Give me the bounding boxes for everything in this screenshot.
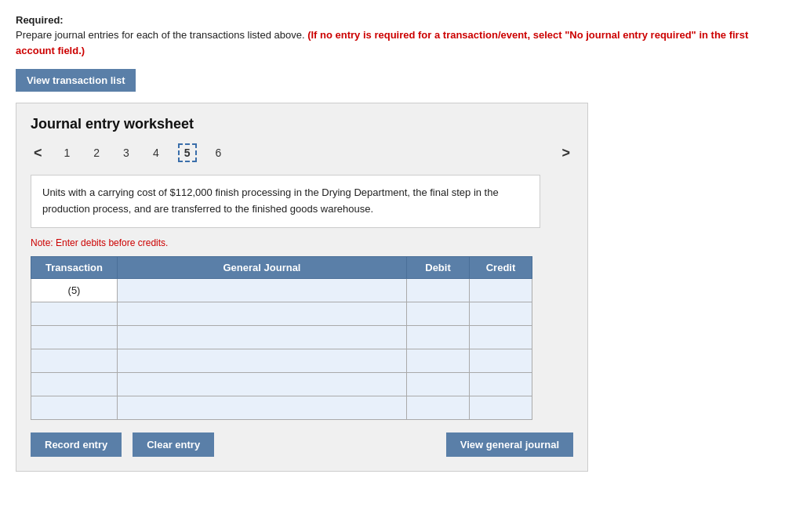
credit-cell[interactable] — [470, 302, 532, 325]
nav-item-3[interactable]: 3 — [118, 145, 134, 161]
transaction-input[interactable] — [31, 396, 117, 419]
view-transaction-button[interactable]: View transaction list — [16, 69, 136, 92]
transaction-input[interactable] — [31, 373, 117, 396]
general-journal-input[interactable] — [118, 396, 406, 419]
transaction-input[interactable] — [31, 302, 117, 325]
general-journal-input[interactable] — [118, 373, 406, 396]
nav-prev-button[interactable]: < — [31, 145, 45, 161]
debit-input[interactable] — [407, 326, 469, 349]
debit-input[interactable] — [407, 302, 469, 325]
nav-item-2[interactable]: 2 — [89, 145, 104, 161]
table-row — [31, 349, 532, 372]
journal-table: Transaction General Journal Debit Credit… — [31, 256, 532, 420]
required-label: Required: — [16, 14, 787, 26]
nav-row: < 1 2 3 4 5 6 > — [31, 143, 573, 162]
credit-input[interactable] — [470, 373, 532, 396]
general-journal-cell[interactable] — [118, 325, 407, 349]
note-text: Note: Enter debits before credits. — [31, 237, 573, 248]
required-section: Required: Prepare journal entries for ea… — [16, 14, 787, 58]
col-header-general-journal: General Journal — [118, 256, 407, 278]
credit-input[interactable] — [470, 349, 532, 372]
credit-input[interactable] — [470, 396, 532, 419]
debit-input[interactable] — [407, 279, 469, 302]
col-header-transaction: Transaction — [31, 256, 118, 278]
transaction-input[interactable] — [31, 349, 117, 372]
transaction-cell: (5) — [31, 278, 118, 302]
transaction-input[interactable] — [31, 326, 117, 349]
table-row — [31, 325, 532, 349]
table-row — [31, 302, 532, 325]
nav-next-button[interactable]: > — [558, 145, 573, 161]
general-journal-cell[interactable] — [118, 278, 407, 302]
general-journal-input[interactable] — [118, 349, 406, 372]
credit-cell[interactable] — [470, 372, 532, 396]
debit-input[interactable] — [407, 349, 469, 372]
general-journal-cell[interactable] — [118, 372, 407, 396]
credit-cell[interactable] — [470, 349, 532, 372]
credit-cell[interactable] — [470, 325, 532, 349]
nav-item-5[interactable]: 5 — [178, 143, 197, 162]
table-row — [31, 396, 532, 419]
clear-entry-button[interactable]: Clear entry — [133, 432, 214, 457]
general-journal-cell[interactable] — [118, 302, 407, 325]
credit-input[interactable] — [470, 279, 532, 302]
transaction-cell — [31, 372, 118, 396]
transaction-cell — [31, 396, 118, 419]
transaction-cell — [31, 302, 118, 325]
required-desc-plain: Prepare journal entries for each of the … — [16, 29, 305, 41]
transaction-cell — [31, 325, 118, 349]
debit-cell[interactable] — [407, 325, 470, 349]
credit-cell[interactable] — [470, 278, 532, 302]
action-buttons: Record entry Clear entry View general jo… — [31, 432, 573, 457]
debit-cell[interactable] — [407, 372, 470, 396]
worksheet-container: Journal entry worksheet < 1 2 3 4 5 6 > … — [16, 103, 588, 472]
general-journal-cell[interactable] — [118, 396, 407, 419]
general-journal-input[interactable] — [118, 326, 406, 349]
debit-cell[interactable] — [407, 278, 470, 302]
general-journal-input[interactable] — [118, 302, 406, 325]
table-row: (5) — [31, 278, 532, 302]
debit-input[interactable] — [407, 396, 469, 419]
general-journal-input[interactable] — [118, 279, 406, 302]
credit-input[interactable] — [470, 326, 532, 349]
debit-cell[interactable] — [407, 396, 470, 419]
credit-cell[interactable] — [470, 396, 532, 419]
col-header-debit: Debit — [407, 256, 470, 278]
transaction-description: Units with a carrying cost of $112,000 f… — [31, 175, 540, 228]
debit-input[interactable] — [407, 373, 469, 396]
worksheet-title: Journal entry worksheet — [31, 116, 573, 132]
table-row — [31, 372, 532, 396]
credit-input[interactable] — [470, 302, 532, 325]
debit-cell[interactable] — [407, 349, 470, 372]
debit-cell[interactable] — [407, 302, 470, 325]
record-entry-button[interactable]: Record entry — [31, 432, 122, 457]
general-journal-cell[interactable] — [118, 349, 407, 372]
nav-item-1[interactable]: 1 — [60, 145, 75, 161]
transaction-cell — [31, 349, 118, 372]
nav-item-6[interactable]: 6 — [211, 145, 227, 161]
view-general-journal-button[interactable]: View general journal — [446, 432, 573, 457]
col-header-credit: Credit — [470, 256, 532, 278]
nav-item-4[interactable]: 4 — [148, 145, 164, 161]
required-desc: Prepare journal entries for each of the … — [16, 27, 787, 58]
